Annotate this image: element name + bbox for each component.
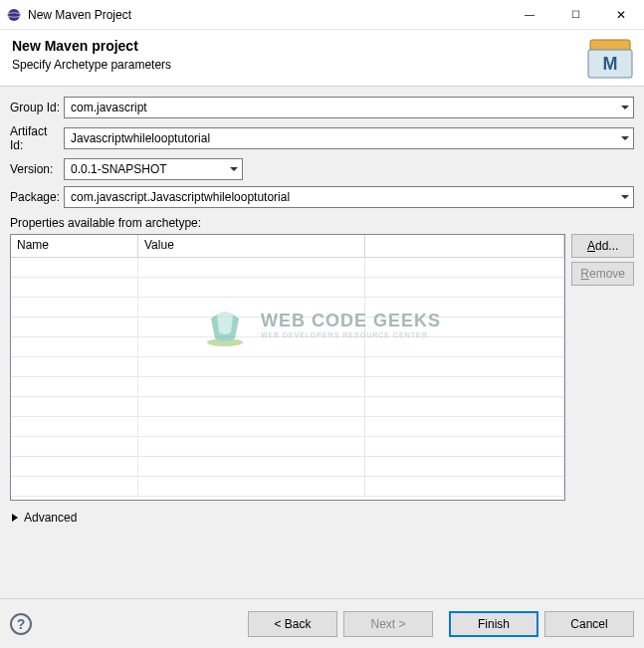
cancel-button[interactable]: Cancel — [544, 611, 634, 637]
eclipse-icon — [6, 7, 22, 23]
maximize-button[interactable]: ☐ — [552, 0, 598, 30]
table-row[interactable] — [11, 377, 564, 397]
table-row[interactable] — [11, 318, 564, 337]
form-area: Group Id: com.javascript Artifact Id: Ja… — [0, 87, 644, 529]
group-id-field[interactable]: com.javascript — [64, 97, 634, 118]
dialog-header: New Maven project Specify Archetype para… — [0, 30, 644, 87]
artifact-id-value: Javascriptwhilelooptutorial — [71, 131, 210, 145]
version-field[interactable]: 0.0.1-SNAPSHOT — [64, 158, 243, 180]
group-id-label: Group Id: — [10, 101, 64, 114]
version-value: 0.0.1-SNAPSHOT — [71, 162, 167, 176]
table-row[interactable] — [11, 357, 564, 377]
page-subtitle: Specify Archetype parameters — [12, 58, 584, 72]
advanced-label: Advanced — [24, 511, 77, 525]
table-row[interactable] — [11, 437, 564, 457]
remove-button: Remove — [571, 262, 634, 286]
back-button[interactable]: < Back — [248, 611, 337, 637]
table-row[interactable] — [11, 397, 564, 417]
table-header: Name Value — [11, 235, 564, 258]
minimize-button[interactable]: ― — [507, 0, 552, 30]
package-field[interactable]: com.javascript.Javascriptwhilelooptutori… — [64, 186, 634, 208]
titlebar: New Maven Project ― ☐ ✕ — [0, 0, 644, 30]
help-icon[interactable]: ? — [10, 613, 32, 635]
col-value[interactable]: Value — [138, 235, 365, 257]
version-label: Version: — [10, 162, 64, 176]
col-blank[interactable] — [365, 235, 564, 257]
window-title: New Maven Project — [28, 8, 131, 22]
table-row[interactable] — [11, 457, 564, 477]
chevron-down-icon — [621, 106, 629, 109]
table-row[interactable] — [11, 258, 564, 278]
close-button[interactable]: ✕ — [598, 0, 644, 30]
triangle-right-icon — [12, 514, 18, 522]
page-title: New Maven project — [12, 38, 584, 54]
table-row[interactable] — [11, 298, 564, 318]
artifact-id-label: Artifact Id: — [10, 124, 64, 152]
properties-caption: Properties available from archetype: — [10, 216, 634, 230]
svg-text:M: M — [603, 54, 618, 74]
add-button[interactable]: Add... — [571, 234, 634, 258]
table-row[interactable] — [11, 278, 564, 298]
chevron-down-icon — [621, 136, 629, 140]
advanced-toggle[interactable]: Advanced — [12, 511, 634, 525]
package-label: Package: — [10, 190, 64, 204]
svg-point-0 — [8, 9, 20, 21]
maven-banner-icon: M — [584, 36, 636, 82]
table-row[interactable] — [11, 417, 564, 437]
finish-button[interactable]: Finish — [449, 611, 538, 637]
properties-table[interactable]: Name Value — [10, 234, 565, 501]
artifact-id-field[interactable]: Javascriptwhilelooptutorial — [64, 127, 634, 149]
chevron-down-icon — [230, 167, 238, 171]
col-name[interactable]: Name — [11, 235, 138, 257]
next-button: Next > — [343, 611, 433, 637]
button-bar: ? < Back Next > Finish Cancel — [0, 598, 644, 648]
table-row[interactable] — [11, 337, 564, 357]
table-row[interactable] — [11, 477, 564, 497]
package-value: com.javascript.Javascriptwhilelooptutori… — [71, 190, 290, 204]
chevron-down-icon — [621, 195, 629, 199]
group-id-value: com.javascript — [71, 101, 147, 114]
